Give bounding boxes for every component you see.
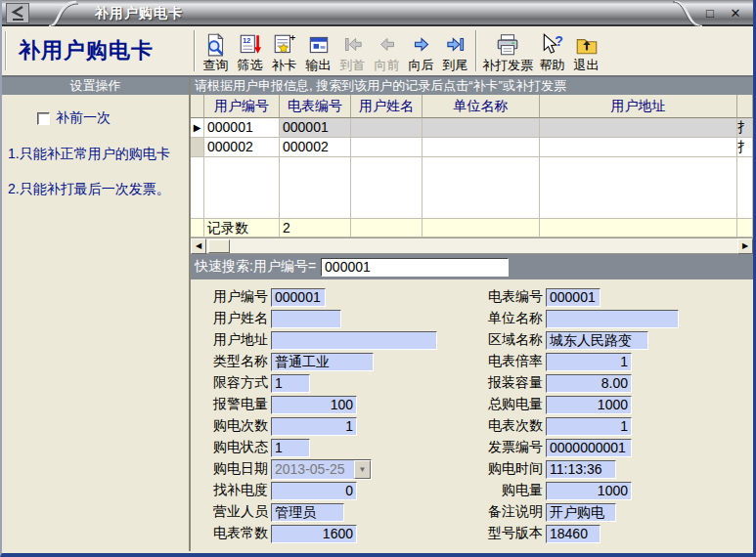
checkbox-icon[interactable] [37,112,50,125]
last-icon [443,31,468,58]
first-icon [340,31,366,58]
go-first-button[interactable]: 到首 [335,30,370,72]
go-prev-button[interactable]: 向前 [370,30,404,72]
quick-search-label: 快速搜索:用户编号= [195,258,316,276]
filter-button[interactable]: 12 筛选 [233,30,267,72]
maximize-button[interactable]: □ [702,5,718,21]
query-button[interactable]: 查询 [199,30,233,72]
reprint-invoice-button[interactable]: 补打发票 [480,30,535,72]
scroll-right-icon[interactable]: ▶ [737,238,753,254]
go-next-button-label: 向后 [409,58,434,72]
toolbar-separator [194,30,196,71]
sidebar: 设置操作 补前一次 1.只能补正常用户的购电卡 2.只能补打最后一次发票。 [2,77,191,551]
grid-footer-row: 记录数 2 [191,218,753,237]
search-icon [203,31,229,58]
cell-unit-name[interactable] [422,118,540,138]
cell-user-id[interactable]: 000001 [204,118,280,138]
detail-form: 用户编号000001 用户姓名 用户地址 类型名称普通工业 限容方式1 报警电量… [191,279,753,551]
filter-button-label: 筛选 [238,58,263,72]
column-header-unit-name[interactable]: 单位名称 [422,95,540,118]
cell-user-name[interactable] [351,118,422,138]
column-header-meter-id[interactable]: 电表编号 [280,95,351,118]
sidebar-header: 设置操作 [2,77,189,95]
page-title: 补用户购电卡 [9,36,191,65]
meter-constant-field[interactable]: 1600 [271,525,357,543]
scroll-left-icon[interactable]: ◀ [191,238,206,254]
purchase-date-combobox[interactable]: 2013-05-25 ▼ [271,459,372,480]
exit-button[interactable]: 退出 [569,30,603,72]
go-last-button[interactable]: 到尾 [438,30,472,72]
cell-unit-name[interactable] [422,138,540,157]
horizontal-scrollbar[interactable]: ◀ ▶ [191,238,753,254]
grid-header-row: 用户编号 电表编号 用户姓名 单位名称 用户地址 [191,95,753,118]
app-logo-icon [6,3,29,23]
purchase-status-field[interactable]: 1 [271,439,310,457]
purchase-count-field[interactable]: 1 [271,417,357,436]
close-button[interactable]: ✕ [728,5,743,21]
field-label: 购电时间 [480,460,543,478]
help-button[interactable]: ? 帮助 [535,30,569,72]
alarm-energy-field[interactable]: 100 [271,396,357,414]
user-id-field[interactable]: 000001 [271,288,326,307]
remark-field[interactable]: 开户购电 [546,503,616,522]
installed-capacity-field[interactable]: 8.00 [546,374,632,393]
meter-id-field[interactable]: 000001 [546,288,600,307]
field-label: 类型名称 [205,353,268,370]
meter-count-field[interactable]: 1 [546,417,632,436]
replace-card-button[interactable]: + 补卡 [267,30,301,72]
cell-address[interactable] [540,118,737,138]
cell-meter-id[interactable]: 000002 [280,138,351,157]
prev-icon [375,31,400,58]
cell-user-name[interactable] [351,138,422,157]
type-name-field[interactable]: 普通工业 [271,353,374,371]
operator-field[interactable]: 管理员 [271,503,344,522]
column-header-user-id[interactable]: 用户编号 [204,95,280,118]
go-last-button-label: 到尾 [443,58,468,72]
go-next-button[interactable]: 向后 [404,30,438,72]
field-label: 备注说明 [480,503,543,521]
model-version-field[interactable]: 18460 [546,525,600,543]
quick-search-input[interactable] [321,258,509,277]
go-first-button-label: 到首 [340,58,366,72]
capacity-limit-field[interactable]: 1 [271,374,310,393]
field-label: 电表编号 [480,288,543,306]
cell-clipped: 扌 [737,138,753,157]
area-name-field[interactable]: 城东人民路变 [546,331,648,350]
purchase-date-value: 2013-05-25 [272,460,354,479]
redo-previous-checkbox-row[interactable]: 补前一次 [37,109,189,127]
output-button[interactable]: 输出 [301,30,335,72]
grid-header-overflow [737,95,753,118]
purchase-energy-field[interactable]: 1000 [546,482,632,500]
field-label: 用户地址 [205,331,268,349]
table-row[interactable]: ▶ 000001 000001 扌 [191,118,753,138]
svg-text:+: + [289,32,295,43]
total-energy-field[interactable]: 1000 [546,396,632,414]
meter-rate-field[interactable]: 1 [546,353,632,371]
sidebar-note-1: 1.只能补正常用户的购电卡 [8,145,183,162]
user-address-field[interactable] [271,331,437,350]
query-button-label: 查询 [203,58,229,72]
chevron-down-icon[interactable]: ▼ [354,460,371,479]
scrollbar-thumb[interactable] [208,239,230,253]
purchase-time-field[interactable]: 11:13:36 [546,460,616,479]
invoice-number-field[interactable]: 0000000001 [546,439,632,457]
svg-text:?: ? [555,33,563,49]
quick-search-bar: 快速搜索:用户编号= [191,254,753,279]
record-count-label: 记录数 [204,218,280,237]
field-label: 找补电度 [205,482,268,499]
column-header-address[interactable]: 用户地址 [540,95,737,118]
replace-card-button-label: 补卡 [272,58,297,72]
compensation-energy-field[interactable]: 0 [271,482,357,500]
column-header-user-name[interactable]: 用户姓名 [351,95,422,118]
cell-meter-id[interactable]: 000001 [280,118,351,138]
unit-name-field[interactable] [546,310,679,328]
field-label: 区域名称 [480,331,543,349]
user-grid: 用户编号 电表编号 用户姓名 单位名称 用户地址 ▶ 000001 000001… [191,95,753,238]
field-label: 限容方式 [205,374,268,392]
help-icon: ? [540,31,565,58]
cell-user-id[interactable]: 000002 [204,138,280,157]
user-name-field[interactable] [271,310,341,328]
field-label: 报警电量 [205,396,268,413]
table-row[interactable]: 000002 000002 扌 [191,138,753,157]
cell-address[interactable] [540,138,737,157]
